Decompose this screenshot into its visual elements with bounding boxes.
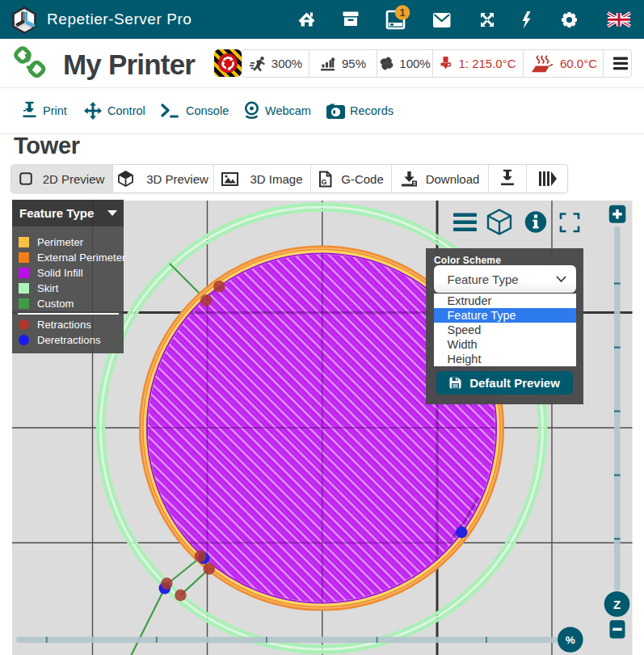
svg-text:%: % (566, 634, 575, 646)
svg-text:1: 1 (400, 7, 406, 19)
svg-text:G: G (322, 177, 327, 185)
svg-text:Z: Z (613, 598, 621, 611)
